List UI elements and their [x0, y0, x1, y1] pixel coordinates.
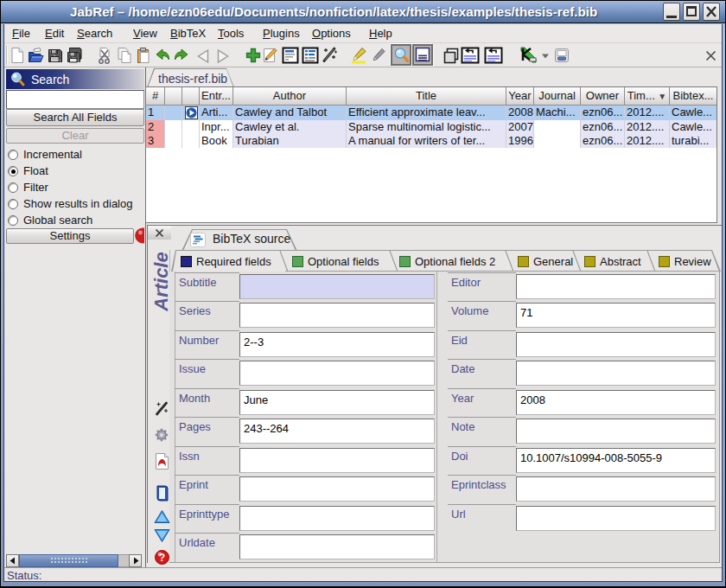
svg-text:?: ?: [159, 552, 165, 564]
